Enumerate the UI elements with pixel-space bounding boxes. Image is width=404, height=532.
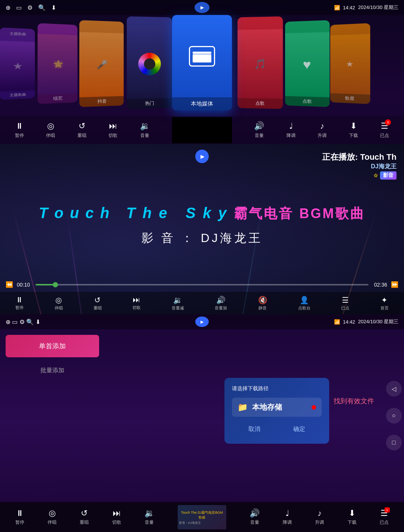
download-icon: ⬇ <box>51 4 56 11</box>
date-display: 2024/10/30 星期三 <box>358 4 398 11</box>
raise-button[interactable]: ♪ 升调 <box>318 121 327 139</box>
bottom-center-logo[interactable]: ▶ <box>195 317 209 327</box>
dialog-title: 请选择下载路径 <box>232 385 322 392</box>
back-icon: ◁ <box>392 385 396 392</box>
play-overlay-button[interactable]: ▶ <box>195 150 209 163</box>
bt-played-button[interactable]: ☰ 已点 1 <box>380 508 389 526</box>
vc-accompany-button[interactable]: ◎ 伴唱 <box>55 296 63 311</box>
download-path-dialog: 请选择下载路径 📁 本地存储 取消 确定 <box>224 378 329 444</box>
brand-container: ☆ 影音 <box>322 171 397 180</box>
bt-accompany-button[interactable]: ◎ 伴唱 <box>48 508 56 526</box>
right-panel: 请选择下载路径 📁 本地存储 取消 确定 找到有效文件 <box>105 329 404 502</box>
top-right-info: 📶 14:42 2024/10/30 星期三 <box>334 4 398 11</box>
now-playing-thumbnail[interactable]: Touch The DJ霸气电音BGM歌曲 影音：DJ海龙王 <box>178 505 226 529</box>
bt-lower-icon: ♩ <box>285 508 289 518</box>
card-6[interactable]: ♥ 点歌 <box>285 20 330 107</box>
bt-lower-button[interactable]: ♩ 降调 <box>283 508 292 526</box>
back-button[interactable]: ◁ <box>386 381 402 397</box>
vc-volup-icon: 🔊 <box>216 296 226 305</box>
pause-button[interactable]: ⏸ 暂停 <box>15 121 24 139</box>
accompany-button[interactable]: ◎ 伴唱 <box>46 121 55 139</box>
menu-button[interactable]: □ <box>386 435 402 450</box>
lower-button[interactable]: ♩ 降调 <box>287 121 296 139</box>
bt-raise-button[interactable]: ♪ 升调 <box>315 508 324 526</box>
vc-mute-icon: 🔇 <box>258 296 267 305</box>
side-nav: ◁ ○ □ <box>383 329 404 502</box>
repeat-button[interactable]: ↺ 重唱 <box>77 121 86 139</box>
played-button[interactable]: ☰ 已点 0 <box>380 121 389 139</box>
bt-volup-icon: 🔊 <box>250 508 260 518</box>
card-0[interactable]: 主题歌曲 ★ 主题歌曲 <box>0 27 35 100</box>
title-chinese: 霸气电音 <box>234 206 294 221</box>
card-7[interactable]: ★ 歌星 <box>330 23 370 104</box>
seek-bar[interactable] <box>36 284 368 285</box>
b-date-display: 2024/10/30 星期三 <box>358 318 398 325</box>
title-bgm: BGM歌曲 <box>299 206 365 221</box>
song-subtitle: 影 音 ： DJ海龙王 <box>0 230 404 247</box>
bt-volup-button[interactable]: 🔊 音量 <box>250 508 260 526</box>
card-label-6: 点歌 <box>285 96 330 107</box>
download-icon: ⬇ <box>350 121 357 131</box>
menu-icon: □ <box>392 439 396 446</box>
card-1[interactable]: 🌟 综艺 <box>38 23 77 104</box>
card-5[interactable]: 🎵 点歌 <box>238 16 283 109</box>
bt-repeat-button[interactable]: ↺ 重唱 <box>80 508 89 526</box>
vol-down-button[interactable]: 🔉 音量 <box>140 121 150 139</box>
add-batch-button[interactable]: 批量添加 <box>6 363 99 378</box>
accompany-icon: ◎ <box>47 121 54 131</box>
vc-repeat-button[interactable]: ↺ 重唱 <box>94 296 102 311</box>
card-center[interactable]: 本地媒体 <box>172 15 232 110</box>
card-2[interactable]: 🎤 抖音 <box>79 20 124 107</box>
bt-voldown-icon: 🔉 <box>144 508 154 518</box>
dialog-confirm-button[interactable]: 确定 <box>282 422 316 436</box>
title-the: T h e <box>126 205 186 221</box>
title-sky: S k y <box>186 205 234 221</box>
vc-home-button[interactable]: ✦ 首页 <box>380 296 389 311</box>
main-content: 单首添加 批量添加 请选择下载路径 📁 本地存储 取消 确定 找到有效文件 <box>0 329 404 502</box>
next-icon: ⏭ <box>109 121 117 131</box>
bt-voldown-button[interactable]: 🔉 音量 <box>144 508 154 526</box>
bt-next-button[interactable]: ⏭ 切歌 <box>112 508 121 526</box>
fast-forward-button[interactable]: ⏩ <box>391 281 398 288</box>
settings-icon: ⚙ <box>27 4 33 11</box>
home-nav-button[interactable]: ○ <box>386 408 402 424</box>
vc-next-button[interactable]: ⏭ 切歌 <box>132 296 141 311</box>
vc-voldown-icon: 🔉 <box>173 296 183 305</box>
dj-name: DJ海龙王 <box>322 163 397 171</box>
bottom-right-info: 📶 14:42 2024/10/30 星期三 <box>334 318 398 325</box>
vc-table-icon: 👤 <box>300 296 309 305</box>
bt-played-badge: 1 <box>385 507 390 513</box>
vc-accompany-icon: ◎ <box>55 296 62 305</box>
vc-volup-button[interactable]: 🔊 音量加 <box>215 296 227 311</box>
center-logo-button[interactable] <box>195 2 209 13</box>
title-touch: T o u c h <box>39 205 126 221</box>
vc-table-button[interactable]: 👤 点歌台 <box>298 296 310 311</box>
bt-download-button[interactable]: ⬇ 下载 <box>348 508 356 526</box>
card-3[interactable]: 热门 <box>127 16 172 109</box>
bottom-left-icons: ⊕ ▭ ⚙ 🔍 ⬇ <box>6 318 40 325</box>
download-button[interactable]: ⬇ 下载 <box>349 121 358 139</box>
local-storage-option[interactable]: 📁 本地存储 <box>232 398 322 417</box>
dialog-cancel-button[interactable]: 取消 <box>237 422 272 436</box>
top-left-icons: ⊕ ▭ ⚙ 🔍 ⬇ <box>6 4 56 11</box>
thumb-content: Touch The DJ霸气电音BGM歌曲 影音：DJ海龙王 <box>178 508 226 526</box>
rewind-button[interactable]: ⏪ <box>6 281 13 288</box>
b-android-icon: ⊕ <box>6 319 10 325</box>
next-button[interactable]: ⏭ 切歌 <box>108 121 117 139</box>
bt-repeat-icon: ↺ <box>81 508 88 518</box>
vc-voldown-button[interactable]: 🔉 音量减 <box>172 296 184 311</box>
bt-pause-button[interactable]: ⏸ 暂停 <box>15 508 24 526</box>
wifi-icon: 📶 <box>334 5 340 10</box>
vc-mute-button[interactable]: 🔇 静音 <box>258 296 267 311</box>
b-time-display: 14:42 <box>343 319 355 325</box>
vol-up-button[interactable]: 🔊 音量 <box>254 121 264 139</box>
add-single-button[interactable]: 单首添加 <box>6 335 99 357</box>
vc-pause-button[interactable]: ⏸ 暂停 <box>15 296 24 311</box>
vc-played-icon: ☰ <box>342 296 349 305</box>
vol-down-icon: 🔉 <box>140 121 150 131</box>
folder-icon: 📁 <box>238 403 248 412</box>
bt-next-icon: ⏭ <box>113 508 121 518</box>
control-bar: ⏸ 暂停 ◎ 伴唱 ↺ 重唱 ⏭ 切歌 🔉 音量 🔊 音量 ♩ 降调 <box>0 116 404 144</box>
vc-played-button[interactable]: ☰ 已点 <box>341 296 349 311</box>
android-icon: ⊕ <box>6 4 10 11</box>
